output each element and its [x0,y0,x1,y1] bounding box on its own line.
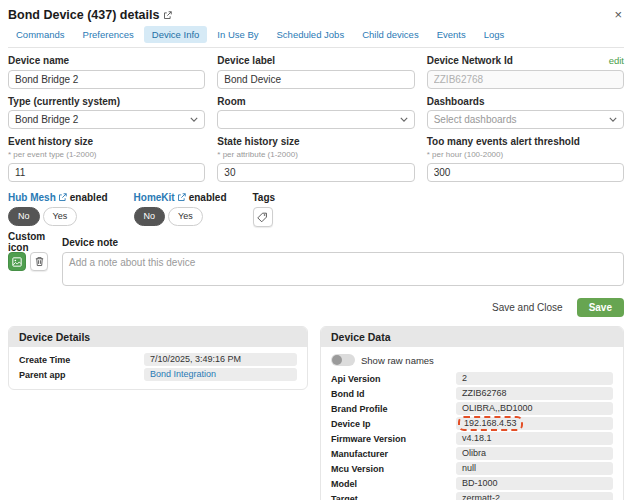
dashboards-placeholder: Select dashboards [434,114,517,125]
dashboards-select[interactable]: Select dashboards [427,110,624,129]
external-link-icon[interactable] [163,11,172,20]
state-history-hint: * per attribute (1-2000) [217,150,414,160]
tags-button[interactable] [253,207,273,227]
chevron-down-icon [190,117,198,122]
external-link-icon [177,193,186,202]
hub-mesh-link-text: Hub Mesh [8,192,56,203]
room-field-group: Room [217,96,414,129]
device-note-group: Device note [62,236,624,290]
type-label: Type (currently system) [8,96,120,107]
event-history-hint: * per event type (1-2000) [8,150,205,160]
device-name-field-group: Device name [8,55,205,89]
device-network-id-input [427,70,624,89]
room-label: Room [217,96,245,107]
save-button[interactable]: Save [577,298,624,317]
chevron-down-icon [400,117,408,122]
form-row-identity: Device name Device label Device Network … [8,55,624,89]
homekit-link-text: HomeKit [134,192,175,203]
firmware-version-label: Firmware Version [331,434,456,444]
show-raw-names-group: Show raw names [331,353,613,367]
device-label-input[interactable] [217,70,414,89]
tab-logs[interactable]: Logs [476,26,513,43]
device-ip-label: Device Ip [331,419,456,429]
custom-icon-button[interactable] [8,252,26,271]
save-row: Save and Close Save [8,298,624,317]
tab-child-devices[interactable]: Child devices [354,26,427,43]
hub-mesh-no-button[interactable]: No [8,207,40,226]
state-history-label: State history size [217,136,299,147]
tab-scheduled-jobs[interactable]: Scheduled Jobs [269,26,353,43]
alert-threshold-field-group: Too many events alert threshold * per ho… [427,136,624,182]
event-history-input[interactable] [8,163,205,182]
show-raw-names-label: Show raw names [361,355,434,366]
hub-mesh-enabled-text: enabled [70,192,108,203]
target-label: Target [331,494,456,500]
homekit-link[interactable]: HomeKit [134,192,186,203]
firmware-version-value: v4.18.1 [456,432,613,445]
tab-events[interactable]: Events [429,26,474,43]
table-row: Device Ip 192.168.4.53 [331,417,613,430]
homekit-no-button[interactable]: No [134,207,166,226]
form-row-history: Event history size * per event type (1-2… [8,136,624,182]
manufacturer-value: Olibra [456,447,613,460]
target-value: zermatt-2 [456,492,613,500]
device-note-label: Device note [62,237,118,248]
table-row: Create Time 7/10/2025, 3:49:16 PM [19,353,297,366]
custom-icon-note-row: Custom icon Device note [8,236,624,290]
manufacturer-label: Manufacturer [331,449,456,459]
table-row: Mcu Version null [331,462,613,475]
homekit-toggle: No Yes [134,207,227,226]
show-raw-names-toggle[interactable] [331,354,355,366]
dashboards-field-group: Dashboards Select dashboards [427,96,624,129]
delete-custom-icon-button[interactable] [30,252,48,271]
device-label-field-group: Device label [217,55,414,89]
device-ip-value: 192.168.4.53 [456,417,613,430]
device-data-title: Device Data [321,327,623,347]
tab-preferences[interactable]: Preferences [75,26,142,43]
alert-threshold-label: Too many events alert threshold [427,136,580,147]
homekit-yes-button[interactable]: Yes [168,207,203,226]
room-select[interactable] [217,110,414,129]
tag-icon [257,212,268,223]
dashboards-label: Dashboards [427,96,485,107]
table-row: Model BD-1000 [331,477,613,490]
tab-commands[interactable]: Commands [8,26,73,43]
mcu-version-value: null [456,462,613,475]
page-title-text: Bond Device (437) details [8,8,159,22]
tags-group: Tags [253,191,276,227]
model-label: Model [331,479,456,489]
device-details-title: Device Details [9,327,307,347]
table-row: Firmware Version v4.18.1 [331,432,613,445]
alert-threshold-hint: * per hour (100-2000) [427,150,624,160]
edit-network-id-link[interactable]: edit [609,55,624,66]
table-row: Api Version 2 [331,372,613,385]
device-note-textarea[interactable] [62,252,624,286]
hub-mesh-link[interactable]: Hub Mesh [8,192,67,203]
bond-id-label: Bond Id [331,389,456,399]
device-details-card: Device Details Create Time 7/10/2025, 3:… [8,326,308,390]
parent-app-label: Parent app [19,370,144,380]
type-select-value: Bond Bridge 2 [15,114,78,125]
tab-in-use-by[interactable]: In Use By [209,26,266,43]
type-field-group: Type (currently system) Bond Bridge 2 [8,96,205,129]
hub-mesh-yes-button[interactable]: Yes [43,207,78,226]
homekit-group: HomeKit enabled No Yes [134,191,227,226]
alert-threshold-input[interactable] [427,163,624,182]
save-and-close-link[interactable]: Save and Close [492,302,563,313]
device-name-input[interactable] [8,70,205,89]
state-history-input[interactable] [217,163,414,182]
image-icon [12,257,22,267]
type-select[interactable]: Bond Bridge 2 [8,110,205,129]
annotation-highlight-box: 192.168.4.53 [458,416,523,431]
close-icon[interactable]: × [612,8,624,21]
parent-app-link[interactable]: Bond Integration [144,368,297,381]
tab-device-info[interactable]: Device Info [144,26,208,43]
table-row: Bond Id ZZIB62768 [331,387,613,400]
table-row: Manufacturer Olibra [331,447,613,460]
brand-profile-value: OLIBRA,,BD1000 [456,402,613,415]
device-details-page: Bond Device (437) details × Commands Pre… [0,0,632,500]
api-version-value: 2 [456,372,613,385]
trash-icon [34,256,45,267]
chevron-down-icon [609,117,617,122]
page-header: Bond Device (437) details × [8,8,624,23]
